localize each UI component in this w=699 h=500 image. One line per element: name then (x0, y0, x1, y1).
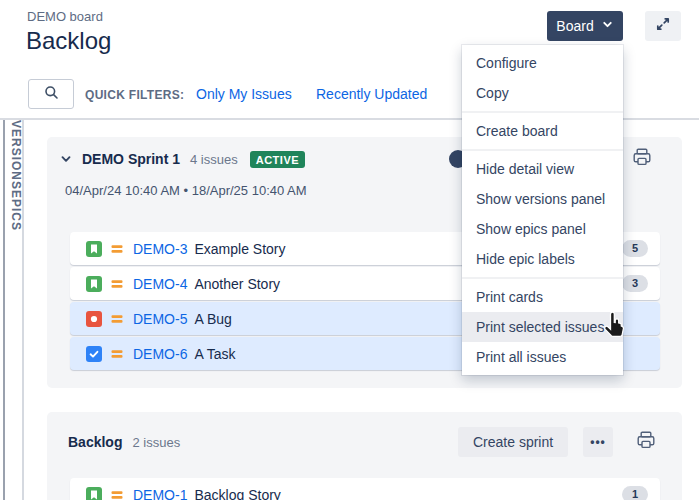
menu-item-print-all-issues[interactable]: Print all issues (462, 342, 623, 372)
side-rail: VERSIONS EPICS (5, 120, 24, 500)
issue-summary: A Bug (194, 311, 231, 327)
priority-medium-icon (109, 311, 125, 327)
estimate-badge: 5 (622, 240, 648, 257)
sprint-issue-count: 4 issues (190, 152, 238, 167)
menu-item-print-selected-issues[interactable]: Print selected issues (462, 312, 623, 342)
board-button-label: Board (556, 18, 593, 34)
issue-summary: Backlog Story (194, 487, 280, 500)
filter-recently-updated[interactable]: Recently Updated (316, 86, 427, 102)
estimate-badge: 1 (622, 486, 648, 500)
backlog-header: Backlog 2 issues (68, 434, 180, 450)
versions-panel-tab[interactable]: VERSIONS (9, 120, 23, 190)
fullscreen-button[interactable] (645, 11, 681, 41)
issue-summary: Example Story (194, 241, 285, 257)
priority-medium-icon (109, 487, 125, 500)
board-dropdown-menu: Configure Copy Create board Hide detail … (462, 45, 623, 375)
issue-key-link[interactable]: DEMO-5 (133, 311, 187, 327)
issue-key-link[interactable]: DEMO-3 (133, 241, 187, 257)
issue-key-link[interactable]: DEMO-1 (133, 487, 187, 500)
issue-summary: Another Story (194, 276, 280, 292)
priority-medium-icon (109, 241, 125, 257)
issue-key-link[interactable]: DEMO-6 (133, 346, 187, 362)
menu-item-copy[interactable]: Copy (462, 78, 623, 108)
quick-filters-label: QUICK FILTERS: (85, 88, 184, 102)
menu-item-print-cards[interactable]: Print cards (462, 282, 623, 312)
backlog-section: Backlog 2 issues Create sprint ••• DEMO-… (47, 412, 682, 500)
search-button[interactable] (28, 79, 74, 109)
backlog-issue-count: 2 issues (132, 435, 180, 450)
filter-only-my-issues[interactable]: Only My Issues (196, 86, 292, 102)
menu-item-hide-detail-view[interactable]: Hide detail view (462, 154, 623, 184)
menu-divider (462, 111, 623, 113)
expand-icon (655, 16, 671, 36)
epics-panel-tab[interactable]: EPICS (9, 190, 23, 231)
menu-divider (462, 149, 623, 151)
board-menu-button[interactable]: Board (547, 11, 623, 41)
backlog-issue-list: DEMO-1 Backlog Story 1 (70, 478, 660, 500)
menu-divider (462, 277, 623, 279)
print-backlog-button[interactable] (635, 431, 657, 453)
collapse-sprint-button[interactable] (57, 150, 75, 168)
menu-item-hide-epic-labels[interactable]: Hide epic labels (462, 244, 623, 274)
bug-icon (86, 311, 102, 327)
issue-key-link[interactable]: DEMO-4 (133, 276, 187, 292)
page-title: Backlog (26, 27, 111, 55)
create-sprint-button[interactable]: Create sprint (458, 427, 568, 457)
sprint-date-range: 04/Apr/24 10:40 AM • 18/Apr/25 10:40 AM (65, 183, 307, 198)
issue-summary: A Task (194, 346, 235, 362)
estimate-badge: 3 (622, 275, 648, 292)
story-icon (86, 276, 102, 292)
issue-row[interactable]: DEMO-1 Backlog Story 1 (70, 478, 660, 500)
more-actions-button[interactable]: ••• (583, 427, 613, 457)
menu-item-show-epics-panel[interactable]: Show epics panel (462, 214, 623, 244)
story-icon (86, 241, 102, 257)
backlog-name: Backlog (68, 434, 122, 450)
search-icon (44, 85, 59, 104)
menu-item-create-board[interactable]: Create board (462, 116, 623, 146)
breadcrumb[interactable]: DEMO board (27, 9, 103, 24)
sprint-name: DEMO Sprint 1 (82, 151, 180, 167)
printer-icon (632, 147, 652, 171)
printer-icon (636, 430, 656, 454)
menu-item-configure[interactable]: Configure (462, 48, 623, 78)
priority-medium-icon (109, 276, 125, 292)
chevron-down-icon (601, 18, 614, 34)
print-sprint-button[interactable] (631, 148, 653, 170)
story-icon (86, 487, 102, 500)
sprint-header: DEMO Sprint 1 4 issues ACTIVE (57, 150, 305, 168)
priority-medium-icon (109, 346, 125, 362)
menu-item-show-versions-panel[interactable]: Show versions panel (462, 184, 623, 214)
sprint-status-badge: ACTIVE (250, 151, 305, 168)
task-icon (86, 346, 102, 362)
